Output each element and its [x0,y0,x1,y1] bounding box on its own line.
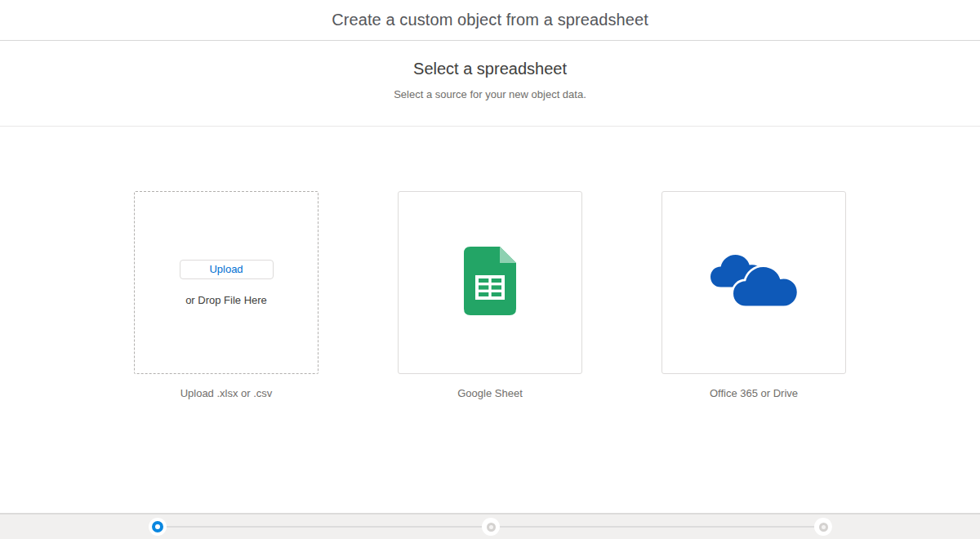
page-title: Create a custom object from a spreadshee… [332,11,648,29]
step-intro: Select a spreadsheet Select a source for… [0,41,980,127]
modal-header: Create a custom object from a spreadshee… [0,0,980,41]
office-card-column: Office 365 or Drive [662,191,846,399]
google-sheet-card-column: Google Sheet [398,191,582,399]
progress-step-dot [482,518,500,536]
google-sheets-icon [464,247,516,318]
google-sheet-card[interactable] [398,191,582,374]
step-subtitle: Select a source for your new object data… [0,88,980,100]
upload-card-column: Upload or Drop File Here Upload .xlsx or… [134,191,318,399]
upload-dropzone[interactable]: Upload or Drop File Here [134,191,318,374]
office-365-card[interactable] [662,191,846,374]
upload-card-caption: Upload .xlsx or .csv [134,387,318,399]
google-sheet-caption: Google Sheet [398,387,582,399]
progress-steps [0,514,980,539]
office-365-caption: Office 365 or Drive [662,387,846,399]
upload-button[interactable]: Upload [180,260,274,279]
drop-file-text: or Drop File Here [185,294,267,306]
progress-step-dot [149,518,167,536]
progress-step-dot [814,518,832,536]
source-cards: Upload or Drop File Here Upload .xlsx or… [0,191,980,399]
onedrive-icon [709,255,799,310]
wizard-footer [0,513,980,539]
step-title: Select a spreadsheet [0,60,980,78]
